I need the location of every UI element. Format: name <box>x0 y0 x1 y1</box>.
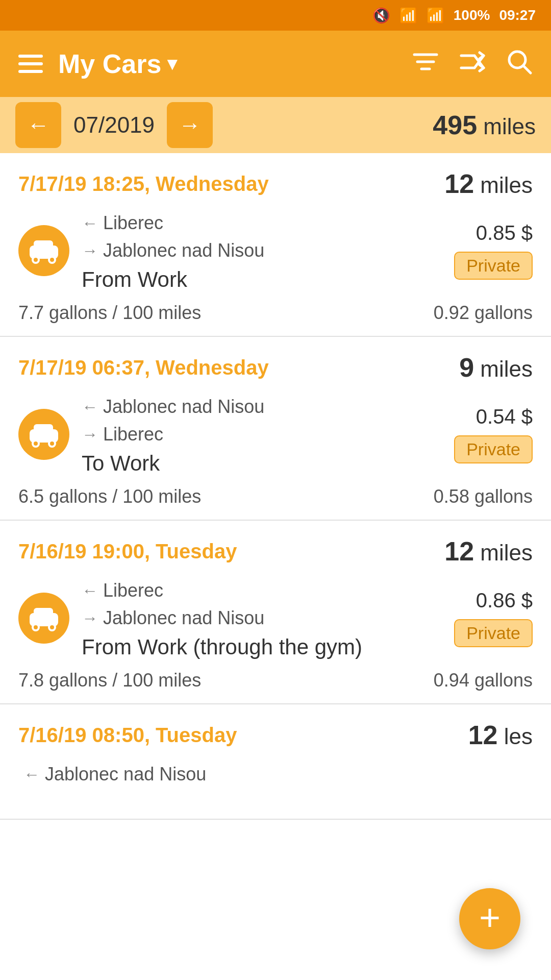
svg-point-10 <box>50 258 54 262</box>
trip-date: 7/17/19 18:25, Wednesday <box>18 173 269 195</box>
trip-date: 7/16/19 19:00, Tuesday <box>18 540 237 563</box>
trip-entry[interactable]: 7/16/19 19:00, Tuesday 12 miles ← <box>0 521 551 704</box>
menu-button[interactable] <box>18 55 43 73</box>
svg-point-16 <box>50 442 54 446</box>
trip-from-row: ← Liberec <box>82 209 442 237</box>
search-icon[interactable] <box>506 48 533 79</box>
svg-point-15 <box>34 442 38 446</box>
trip-fuel: 7.8 gallons / 100 miles 0.94 gallons <box>18 670 533 691</box>
car-icon <box>18 593 69 644</box>
trip-miles-value: 12 <box>468 720 498 750</box>
car-icon <box>18 409 69 460</box>
trip-to-row: → Liberec <box>82 421 442 448</box>
trip-from: Jablonec nad Nisou <box>103 393 264 421</box>
svg-rect-12 <box>34 424 53 433</box>
trip-name: To Work <box>82 451 442 476</box>
trip-to: Jablonec nad Nisou <box>103 604 264 632</box>
trip-miles: 12 les <box>468 720 533 750</box>
nav-title: My Cars ▾ <box>58 48 177 79</box>
trip-to: Liberec <box>103 421 163 448</box>
trip-fuel: 7.7 gallons / 100 miles 0.92 gallons <box>18 302 533 324</box>
total-miles-value: 495 <box>433 110 477 140</box>
status-wifi: 📶 <box>399 7 417 24</box>
car-icon <box>18 225 69 276</box>
trip-fuel-rate: 7.7 gallons / 100 miles <box>18 302 201 324</box>
svg-point-22 <box>50 625 54 629</box>
add-trip-button[interactable]: + <box>459 888 520 949</box>
trip-miles-value: 9 <box>459 353 474 382</box>
trip-entry[interactable]: 7/17/19 18:25, Wednesday 12 miles ← <box>0 153 551 337</box>
next-arrow: → <box>179 112 201 138</box>
trip-name: From Work <box>82 267 442 292</box>
trip-entry[interactable]: 7/17/19 06:37, Wednesday 9 miles ← <box>0 337 551 521</box>
nav-dropdown-arrow[interactable]: ▾ <box>167 53 177 75</box>
next-month-button[interactable]: → <box>167 102 213 148</box>
svg-rect-6 <box>34 240 53 250</box>
filter-icon[interactable] <box>412 48 439 79</box>
trip-fuel-used: 0.92 gallons <box>434 302 533 324</box>
trip-entry[interactable]: 7/16/19 08:50, Tuesday 12 les ← Jablonec… <box>0 704 551 820</box>
total-miles-unit: miles <box>483 114 536 139</box>
nav-title-text: My Cars <box>58 48 161 79</box>
prev-month-button[interactable]: ← <box>15 102 61 148</box>
status-battery: 100% <box>454 7 490 23</box>
trip-list: 7/17/19 18:25, Wednesday 12 miles ← <box>0 153 551 820</box>
trip-fuel-used: 0.58 gallons <box>434 486 533 507</box>
trip-tag: Private <box>454 619 533 647</box>
fab-icon: + <box>479 899 500 936</box>
trip-tag: Private <box>454 252 533 280</box>
status-mute: 🔇 <box>372 7 390 24</box>
navbar: My Cars ▾ <box>0 31 551 97</box>
trip-cost: 0.85 $ <box>476 222 533 244</box>
trip-miles-value: 12 <box>444 169 474 199</box>
svg-point-21 <box>34 625 38 629</box>
status-time: 09:27 <box>499 7 536 23</box>
prev-arrow: ← <box>27 112 49 138</box>
trip-from: Liberec <box>103 577 163 604</box>
trip-name: From Work (through the gym) <box>82 635 442 659</box>
shuffle-icon[interactable] <box>459 48 486 79</box>
status-bar: 🔇 📶 📶 100% 09:27 <box>0 0 551 31</box>
trip-from: Liberec <box>103 209 163 237</box>
trip-to-row: → Jablonec nad Nisou <box>82 604 442 632</box>
svg-line-4 <box>523 66 531 73</box>
date-nav: ← 07/2019 → 495 miles <box>0 97 551 153</box>
trip-from-row: ← Jablonec nad Nisou <box>23 761 533 788</box>
trip-fuel-rate: 6.5 gallons / 100 miles <box>18 486 201 507</box>
trip-miles: 12 miles <box>444 536 533 567</box>
trip-to: Jablonec nad Nisou <box>103 237 264 264</box>
svg-point-9 <box>34 258 38 262</box>
trip-from-row: ← Jablonec nad Nisou <box>82 393 442 421</box>
status-signal: 📶 <box>427 7 444 24</box>
trip-from: Jablonec nad Nisou <box>45 761 206 788</box>
date-label: 07/2019 <box>73 112 155 138</box>
trip-to-row: → Jablonec nad Nisou <box>82 237 442 264</box>
trip-miles-value: 12 <box>444 536 474 566</box>
trip-fuel: 6.5 gallons / 100 miles 0.58 gallons <box>18 486 533 507</box>
trip-cost: 0.54 $ <box>476 405 533 428</box>
trip-miles: 9 miles <box>459 352 533 383</box>
trip-tag: Private <box>454 435 533 463</box>
trip-from-row: ← Liberec <box>82 577 442 604</box>
trip-fuel-rate: 7.8 gallons / 100 miles <box>18 670 201 691</box>
svg-rect-18 <box>34 608 53 617</box>
trip-date: 7/16/19 08:50, Tuesday <box>18 724 237 747</box>
total-miles: 495 miles <box>433 110 536 140</box>
trip-cost: 0.86 $ <box>476 589 533 612</box>
trip-fuel-used: 0.94 gallons <box>434 670 533 691</box>
trip-date: 7/17/19 06:37, Wednesday <box>18 356 269 379</box>
trip-miles: 12 miles <box>444 168 533 199</box>
